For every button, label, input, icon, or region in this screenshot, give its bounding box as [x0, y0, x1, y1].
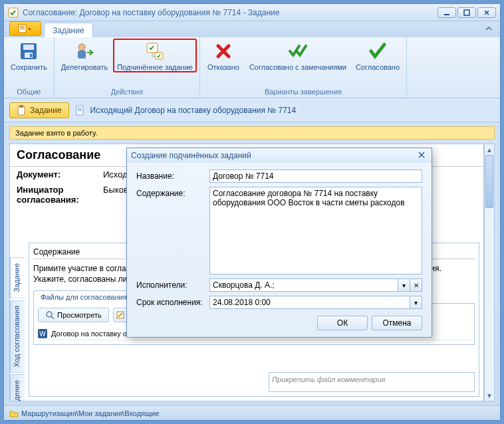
ribbon-btn-label: Подчинённое задание: [117, 63, 193, 71]
svg-rect-5: [20, 27, 25, 28]
field-label: Документ:: [17, 169, 103, 179]
dialog-title: Создание подчинённых заданий: [131, 151, 251, 160]
svg-rect-1: [444, 14, 449, 15]
ribbon-btn-label: Согласовано: [356, 63, 400, 71]
ribbon-group-common: Сохранить Общие: [4, 37, 55, 98]
field-label: Инициатор согласования:: [17, 185, 103, 205]
svg-rect-6: [20, 29, 25, 29]
dialog-row-deadline: Срок исполнения: 24.08.2018 0:00 ▾: [136, 296, 422, 309]
status-path: Маршрутизация\Мои задания\Входящие: [21, 409, 159, 417]
ribbon-btn-label: Сохранить: [11, 63, 47, 71]
svg-rect-12: [78, 51, 86, 58]
comment-attachment-box[interactable]: Прикрепить файл комментария: [269, 372, 475, 392]
document-icon: [74, 105, 85, 116]
group-label: Общие: [17, 88, 41, 96]
name-input[interactable]: [209, 169, 422, 183]
window-controls: [438, 7, 496, 18]
collapse-ribbon-icon[interactable]: [484, 24, 495, 35]
svg-rect-18: [78, 108, 82, 108]
file-menu-button[interactable]: [9, 21, 41, 36]
dialog-close-button[interactable]: [417, 150, 428, 161]
agreed-notes-button[interactable]: Согласовано с замечаниями: [245, 39, 350, 71]
dialog-row-executors: Исполнители: Скворцова Д. А.; ▾ ✕: [136, 278, 422, 292]
ribbon-btn-label: Отказано: [207, 63, 239, 71]
dialog-titlebar: Создание подчинённых заданий: [127, 148, 432, 163]
cross-icon: [213, 41, 234, 62]
ribbon-btn-label: Делегировать: [61, 63, 108, 71]
ribbon: Сохранить Общие Делегировать Подчинённое…: [4, 37, 500, 98]
document-link[interactable]: Исходящий Договор на поставку оборудован…: [90, 106, 297, 115]
check-icon: [367, 41, 388, 62]
content-textarea[interactable]: Согласование договора № 7714 на поставку…: [209, 187, 422, 274]
scrollbar-vertical[interactable]: ▲ ▼: [484, 144, 495, 401]
dropdown-icon[interactable]: ▾: [398, 279, 410, 291]
dialog-buttons: ОК Отмена: [136, 316, 422, 330]
group-label: Действия: [111, 88, 143, 96]
clear-icon[interactable]: ✕: [410, 279, 422, 291]
scroll-down-icon[interactable]: ▼: [485, 390, 494, 401]
folder-icon: [9, 409, 19, 417]
svg-rect-19: [78, 109, 82, 110]
minimize-button[interactable]: [438, 7, 456, 18]
executors-value: Скворцова Д. А.;: [213, 280, 275, 290]
view-button[interactable]: Просмотреть: [38, 308, 109, 322]
side-tab-task[interactable]: Задание: [10, 257, 25, 298]
save-button[interactable]: Сохранить: [7, 39, 51, 71]
field-label: Содержание:: [136, 187, 209, 198]
ribbon-tab-strip: Задание: [4, 21, 500, 37]
svg-point-21: [47, 312, 52, 317]
group-label: Варианты завершения: [265, 88, 342, 96]
double-check-icon: [287, 41, 309, 62]
field-label: Срок исполнения:: [136, 296, 209, 307]
delegate-button[interactable]: Делегировать: [57, 39, 112, 72]
ribbon-btn-label: Согласовано с замечаниями: [249, 63, 346, 71]
save-icon: [18, 41, 39, 62]
side-tab-discussion[interactable]: Обсуждение: [10, 374, 25, 401]
executors-combo[interactable]: Скворцова Д. А.; ▾ ✕: [209, 278, 422, 292]
svg-rect-4: [20, 26, 25, 27]
create-subtask-dialog: Создание подчинённых заданий Название: С…: [126, 148, 432, 338]
message-bar: Задание взято в работу.: [9, 126, 495, 140]
deadline-combo[interactable]: 24.08.2018 0:00 ▾: [209, 296, 422, 309]
refused-button[interactable]: Отказано: [203, 39, 244, 71]
side-tabs: Задание Ход согласования Обсуждение: [10, 257, 25, 401]
files-tab[interactable]: Файлы для согласования: [33, 290, 134, 304]
scroll-thumb[interactable]: [485, 155, 493, 208]
field-label: Исполнители:: [136, 278, 209, 290]
window-title: Согласование: Договор на поставку оборуд…: [23, 8, 438, 17]
dialog-body: Название: Содержание: Согласование догов…: [127, 163, 432, 337]
agreed-button[interactable]: Согласовано: [352, 39, 404, 71]
scroll-up-icon[interactable]: ▲: [485, 144, 494, 155]
ribbon-group-actions: Делегировать Подчинённое задание Действи…: [55, 37, 200, 98]
delegate-icon: [74, 41, 95, 62]
task-pill-label: Задание: [30, 106, 62, 115]
task-pill[interactable]: Задание: [9, 102, 69, 118]
statusbar: Маршрутизация\Мои задания\Входящие: [4, 405, 500, 420]
svg-rect-2: [464, 10, 469, 15]
clipboard-icon: [17, 105, 26, 116]
ok-button[interactable]: ОК: [317, 316, 368, 330]
titlebar: Согласование: Договор на поставку оборуд…: [4, 4, 500, 21]
ribbon-tab-task[interactable]: Задание: [44, 23, 93, 37]
side-tab-approval[interactable]: Ход согласования: [10, 300, 25, 373]
close-button[interactable]: [477, 7, 496, 18]
svg-rect-8: [23, 45, 34, 50]
maximize-button[interactable]: [457, 7, 476, 18]
svg-text:W: W: [39, 330, 46, 338]
magnifier-icon: [45, 310, 55, 320]
svg-point-11: [78, 44, 85, 51]
task-icon: [8, 7, 19, 18]
dialog-row-content: Содержание: Согласование договора № 7714…: [136, 187, 422, 274]
dropdown-icon[interactable]: ▾: [410, 296, 422, 308]
dialog-row-name: Название:: [136, 169, 422, 183]
comment-placeholder: Прикрепить файл комментария: [272, 375, 385, 383]
svg-rect-16: [19, 105, 23, 108]
cancel-button[interactable]: Отмена: [372, 316, 422, 330]
ribbon-group-completion: Отказано Согласовано с замечаниями Согла…: [200, 37, 407, 98]
subtask-icon: [144, 41, 166, 62]
svg-rect-20: [78, 110, 82, 111]
document-bar: Задание Исходящий Договор на поставку об…: [4, 98, 500, 122]
word-icon: W: [38, 329, 47, 338]
subtask-button[interactable]: Подчинённое задание: [113, 39, 197, 72]
ribbon-tab-label: Задание: [53, 26, 84, 35]
